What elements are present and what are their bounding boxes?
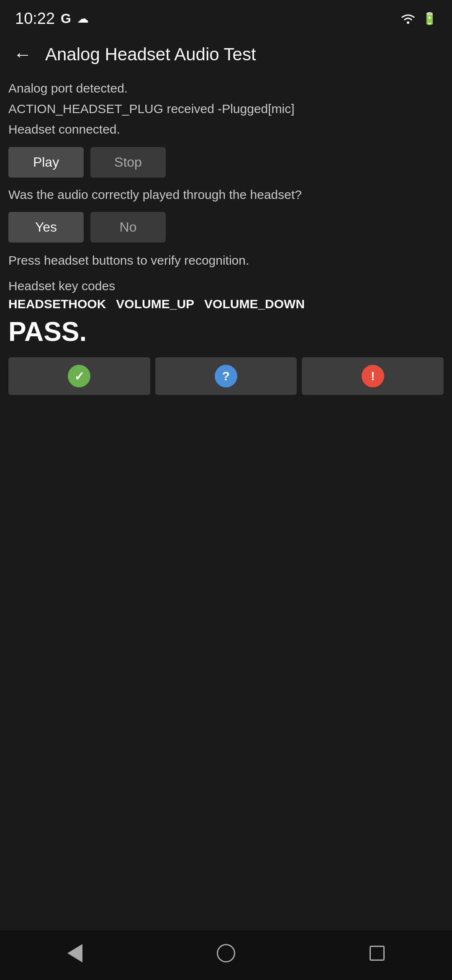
cloud-icon: ☁	[77, 12, 89, 26]
status-line-2: ACTION_HEADSET_PLUG received -Plugged[mi…	[8, 99, 444, 118]
google-icon: G	[61, 11, 71, 26]
status-line-3: Headset connected.	[8, 120, 444, 139]
question-symbol: ?	[222, 369, 230, 383]
battery-icon: 🔋	[422, 12, 437, 26]
exclamation-icon: !	[362, 365, 384, 387]
exclamation-symbol: !	[371, 369, 375, 383]
result-buttons-row: ✓ ? !	[8, 357, 444, 395]
nav-recent-icon	[370, 946, 385, 961]
yes-no-row: Yes No	[8, 212, 444, 242]
top-bar: ← Analog Headset Audio Test	[0, 34, 452, 75]
nav-bar	[0, 931, 452, 980]
keycode-headsethook: HEADSETHOOK	[8, 297, 106, 311]
fail-result-button[interactable]: !	[302, 357, 444, 395]
wifi-icon	[401, 13, 416, 24]
help-result-button[interactable]: ?	[155, 357, 297, 395]
pass-text: PASS.	[8, 316, 444, 347]
question-icon: ?	[215, 365, 237, 387]
svg-point-0	[407, 21, 409, 24]
no-button[interactable]: No	[90, 212, 166, 242]
keycode-volume-down: VOLUME_DOWN	[204, 297, 305, 311]
status-line-1: Analog port detected.	[8, 79, 444, 98]
status-time: 10:22	[15, 10, 55, 28]
nav-home-icon	[217, 944, 235, 962]
keycode-volume-up: VOLUME_UP	[116, 297, 194, 311]
key-codes-row: HEADSETHOOK VOLUME_UP VOLUME_DOWN	[8, 297, 444, 311]
instruction-line-1: Press headset buttons to verify recognit…	[8, 251, 444, 270]
status-bar: 10:22 G ☁ 🔋	[0, 0, 452, 34]
play-stop-row: Play Stop	[8, 147, 444, 178]
instruction-line-2: Headset key codes	[8, 276, 444, 295]
checkmark-icon: ✓	[68, 365, 90, 387]
back-button[interactable]: ←	[10, 42, 35, 67]
status-bar-left: 10:22 G ☁	[15, 10, 89, 28]
checkmark-symbol: ✓	[74, 369, 85, 384]
pass-result-button[interactable]: ✓	[8, 357, 150, 395]
back-arrow-icon: ←	[13, 45, 32, 64]
stop-button[interactable]: Stop	[90, 147, 166, 178]
nav-back-icon	[67, 944, 82, 962]
status-bar-right: 🔋	[401, 12, 437, 26]
page-title: Analog Headset Audio Test	[45, 44, 442, 64]
yes-button[interactable]: Yes	[8, 212, 84, 242]
status-messages: Analog port detected. ACTION_HEADSET_PLU…	[8, 79, 444, 139]
play-button[interactable]: Play	[8, 147, 84, 178]
nav-back-button[interactable]	[62, 939, 87, 967]
nav-recent-button[interactable]	[365, 941, 390, 966]
main-content: Analog port detected. ACTION_HEADSET_PLU…	[0, 75, 452, 931]
audio-question: Was the audio correctly played through t…	[8, 186, 444, 204]
nav-home-button[interactable]	[212, 939, 240, 967]
